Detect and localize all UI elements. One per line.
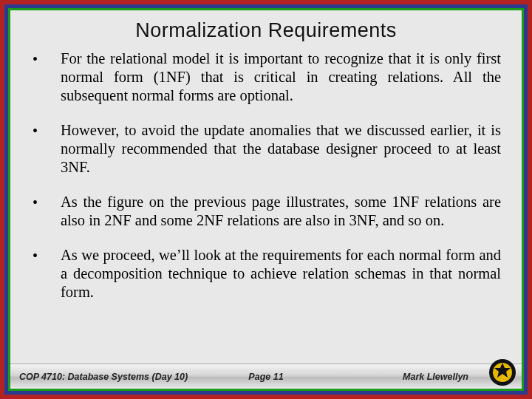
slide-content: Normalization Requirements • For the rel… bbox=[10, 10, 522, 364]
slide-title: Normalization Requirements bbox=[31, 19, 501, 42]
bullet-icon: • bbox=[31, 246, 61, 265]
list-item: • As the figure on the previous page ill… bbox=[31, 193, 501, 230]
list-item: • For the relational model it is importa… bbox=[31, 50, 501, 105]
slide-outer-border: Normalization Requirements • For the rel… bbox=[0, 0, 532, 399]
slide-mid-border: Normalization Requirements • For the rel… bbox=[4, 4, 528, 395]
footer-page: Page 11 bbox=[248, 372, 283, 382]
bullet-text: For the relational model it is important… bbox=[61, 50, 501, 105]
slide-footer: COP 4710: Database Systems (Day 10) Page… bbox=[10, 364, 522, 389]
footer-course: COP 4710: Database Systems (Day 10) bbox=[19, 372, 188, 382]
footer-author: Mark Llewellyn bbox=[403, 372, 468, 382]
bullet-list: • For the relational model it is importa… bbox=[31, 50, 501, 301]
list-item: • However, to avoid the update anomalies… bbox=[31, 121, 501, 177]
slide-body: Normalization Requirements • For the rel… bbox=[8, 8, 524, 391]
list-item: • As we proceed, we’ll look at the requi… bbox=[31, 246, 501, 301]
bullet-text: However, to avoid the update anomalies t… bbox=[61, 121, 501, 177]
bullet-text: As we proceed, we’ll look at the require… bbox=[61, 246, 501, 301]
bullet-icon: • bbox=[31, 193, 61, 212]
bullet-text: As the figure on the previous page illus… bbox=[61, 193, 501, 230]
bullet-icon: • bbox=[31, 121, 61, 140]
school-logo-icon bbox=[488, 358, 517, 387]
bullet-icon: • bbox=[31, 50, 61, 69]
